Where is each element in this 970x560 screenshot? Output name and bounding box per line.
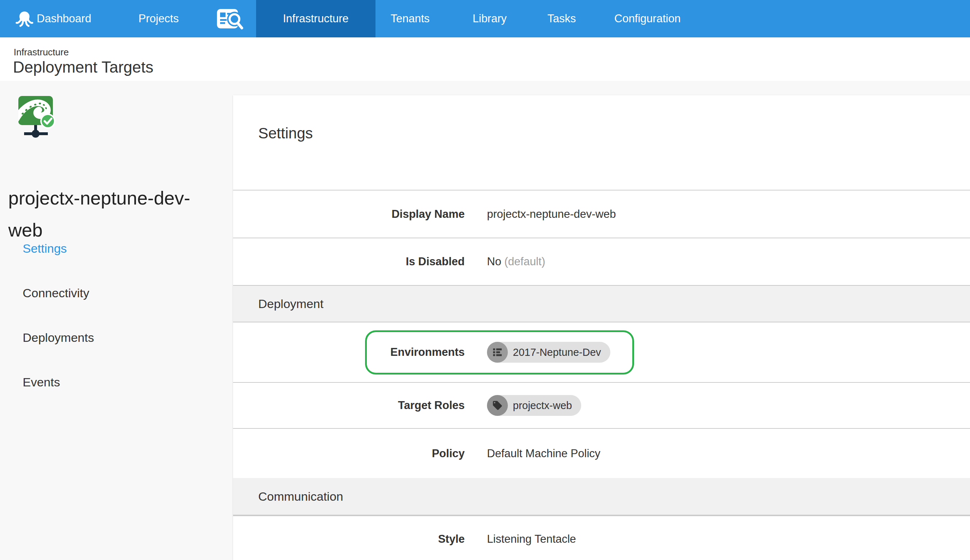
display-name-value: projectx-neptune-dev-web [487,208,616,221]
style-value: Listening Tentacle [487,533,576,546]
environment-icon [487,342,508,363]
is-disabled-value-text: No [487,255,501,268]
nav-item-configuration[interactable]: Configuration [614,0,681,37]
sidebar-item-events[interactable]: Events [23,376,94,388]
environments-label: Environments [367,346,465,359]
policy-value: Default Machine Policy [487,447,600,460]
target-role-chip-label: projectx-web [513,400,572,412]
deployment-target-icon [18,96,72,141]
environments-highlight-box: Environments 2017-Neptune-Dev [365,330,634,375]
top-navbar: Dashboard Projects Infrastructure Tenant… [0,0,970,37]
search-icon[interactable] [210,0,250,37]
is-disabled-value: No (default) [487,255,545,268]
nav-item-projects[interactable]: Projects [139,0,179,37]
target-role-chip[interactable]: projectx-web [487,395,581,416]
sidebar-item-deployments[interactable]: Deployments [23,332,94,343]
nav-item-dashboard[interactable]: Dashboard [37,0,91,37]
is-disabled-default-hint: (default) [504,255,545,268]
nav-item-library[interactable]: Library [472,0,507,37]
sidebar-item-settings[interactable]: Settings [23,242,94,255]
deployment-section-header: Deployment [233,285,970,322]
sidebar: projectx-neptune-dev-web Settings Connec… [0,81,233,560]
nav-item-tasks[interactable]: Tasks [548,0,576,37]
nav-item-tenants[interactable]: Tenants [391,0,430,37]
sidebar-item-connectivity[interactable]: Connectivity [23,287,94,299]
policy-label: Policy [233,447,465,460]
nav-item-infrastructure-label: Infrastructure [283,0,349,37]
machine-name: projectx-neptune-dev-web [8,182,224,246]
target-roles-label: Target Roles [233,399,465,412]
octopus-logo-icon[interactable] [14,8,35,29]
display-name-label: Display Name [233,208,465,221]
content-area: projectx-neptune-dev-web Settings Connec… [0,81,970,560]
display-name-row[interactable]: Display Name projectx-neptune-dev-web [233,190,970,238]
style-label: Style [233,533,465,546]
is-disabled-label: Is Disabled [233,255,465,268]
style-row[interactable]: Style Listening Tentacle [233,515,970,560]
policy-row[interactable]: Policy Default Machine Policy [233,428,970,478]
environment-chip[interactable]: 2017-Neptune-Dev [487,342,610,363]
breadcrumb[interactable]: Infrastructure [14,47,69,58]
nav-item-infrastructure[interactable]: Infrastructure [256,0,376,37]
settings-section-title: Settings [233,95,970,190]
communication-section-header: Communication [233,478,970,515]
sidebar-nav: Settings Connectivity Deployments Events [23,242,94,420]
settings-card: Settings Display Name projectx-neptune-d… [233,95,970,560]
target-roles-row[interactable]: Target Roles projectx-web [233,382,970,428]
environment-chip-label: 2017-Neptune-Dev [513,347,601,358]
page-title: Deployment Targets [13,58,154,76]
environments-row[interactable]: Environments 2017-Neptune-Dev [233,322,970,382]
page-header: Infrastructure Deployment Targets [0,37,970,81]
is-disabled-row[interactable]: Is Disabled No (default) [233,238,970,285]
tag-icon [487,395,508,416]
